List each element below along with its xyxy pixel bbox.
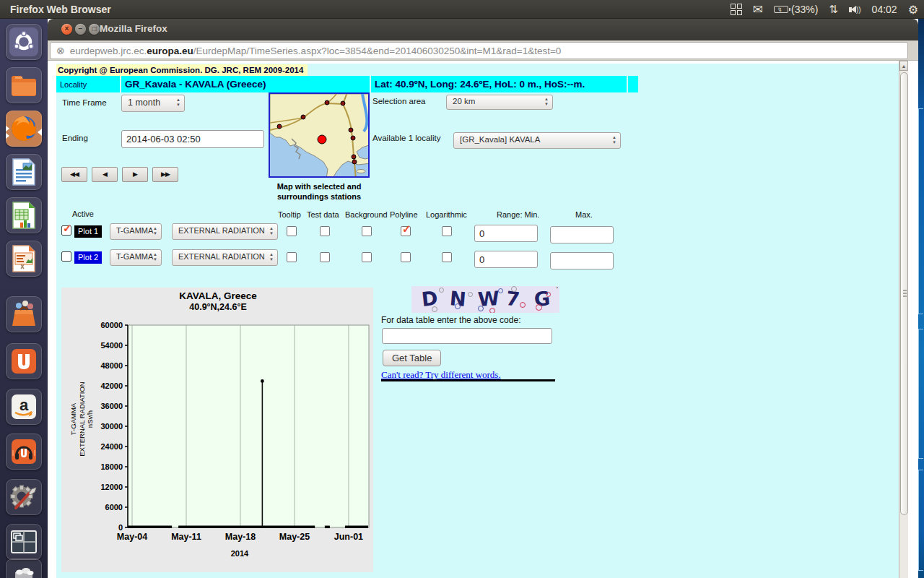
captcha-noise-circle [432,306,437,312]
available-locality-label: Available 1 locality [372,134,440,142]
battery-indicator[interactable]: ↯ (33%) [774,4,818,15]
plot2-min-input[interactable] [474,251,538,268]
firefox-icon [9,113,39,144]
svg-text:6000: 6000 [105,503,123,512]
ending-input[interactable] [121,130,264,148]
captcha-image: DNW7G [411,286,559,313]
station-map[interactable] [269,92,370,178]
plot1-type-select[interactable]: EXTERNAL RADIATION ▲▼ [172,223,278,240]
plot1-quantity-select[interactable]: T-GAMMA ▲▼ [110,223,162,240]
close-icon[interactable]: × [61,24,72,35]
url-input[interactable]: ⊗ eurdepweb.jrc.ec.europa.eu/EurdepMap/T… [50,42,908,59]
system-tray: ✉ ↯ (33%) ⇅ )) 04:02 ⚙ [731,0,918,19]
launcher-item-dash[interactable] [6,24,42,60]
maximize-icon[interactable]: □ [89,24,100,35]
nav-first-button[interactable]: ◀◀ [61,167,87,182]
session-gear-icon[interactable]: ⚙ [908,3,918,17]
get-table-button[interactable]: Get Table [383,350,441,366]
launcher-item-amazon[interactable]: a [6,389,42,425]
launcher-item-workspace-switcher[interactable] [6,524,42,560]
svg-text:Jun-01: Jun-01 [334,532,363,542]
plot2-label: Plot 2 [74,251,102,264]
launcher-item-impress[interactable] [6,241,42,277]
captcha-noise-circle [498,288,503,293]
launcher-item-writer[interactable] [6,154,42,190]
launcher-item-files[interactable] [6,67,42,103]
plot1-logarithmic-checkbox[interactable] [442,226,452,236]
plot1-tooltip-checkbox[interactable] [287,226,297,236]
battery-percent: (33%) [791,4,818,15]
locality-label-cell: Locality [56,76,120,92]
libreoffice-calc-icon [10,201,38,230]
libreoffice-impress-icon [10,244,38,273]
plot2-active-checkbox[interactable] [61,251,71,262]
clock[interactable]: 04:02 [872,4,897,15]
launcher-item-software-center[interactable] [6,296,42,332]
svg-text:18000: 18000 [100,462,123,471]
plot2-background-checkbox[interactable] [362,252,372,262]
plot2-logarithmic-checkbox[interactable] [442,252,452,262]
svg-text:54000: 54000 [100,341,123,350]
time-frame-select[interactable]: 1 month ▲▼ [121,95,185,112]
locality-spacer-cell [628,76,638,92]
plot2-polyline-checkbox[interactable] [401,252,411,262]
ubuntu-one-icon [9,347,38,376]
svg-text:40.9°N,24.6°E: 40.9°N,24.6°E [189,302,247,312]
plot2-tooltip-checkbox[interactable] [287,252,297,262]
software-center-bag-icon [9,300,38,329]
plot2-type-select[interactable]: EXTERNAL RADIATION ▲▼ [172,249,278,266]
mail-icon[interactable]: ✉ [753,2,763,17]
header-logarithmic: Logarithmic [426,210,467,219]
top-menubar: Firefox Web Browser ✉ ↯ (33%) ⇅ )) 04:02… [0,0,924,19]
svg-text:May-18: May-18 [225,532,256,542]
plot1-min-input[interactable] [474,225,538,242]
svg-text:a: a [19,396,29,414]
nav-prev-button[interactable]: ◀ [92,167,118,182]
running-indicator-icon [6,126,9,131]
background-window-strip [918,470,923,571]
plot1-active-checkbox[interactable]: ✓ [61,225,71,236]
spinner-icon: ▲▼ [612,135,616,145]
volume-icon[interactable]: )) [849,6,861,14]
plot2-quantity-select[interactable]: T-GAMMA ▲▼ [110,249,162,266]
scrollbar-thumb[interactable] [900,72,908,515]
svg-text:EXTERNAL RADIATION: EXTERNAL RADIATION [78,381,86,457]
nav-last-button[interactable]: ▶▶ [152,167,178,182]
site-globe-icon: ⊗ [56,45,65,56]
desktop: Firefox Web Browser ✉ ↯ (33%) ⇅ )) 04:02… [0,0,924,578]
svg-text:36000: 36000 [100,402,123,410]
plot2-testdata-checkbox[interactable] [320,252,330,262]
launcher-item-trash[interactable] [6,558,42,578]
workspace-switcher-icon [10,528,38,556]
timeseries-chart: 0600012000180002400030000360004200048000… [61,288,373,572]
captcha-noise-circle [439,288,444,293]
minimize-icon[interactable]: − [75,24,86,35]
captcha-input[interactable] [382,328,552,344]
running-indicator-icon [6,133,9,139]
available-locality-select[interactable]: [GR_Kavala] KAVALA ▲▼ [453,132,621,149]
launcher-item-system-settings[interactable] [6,479,42,515]
launcher-item-calc[interactable] [6,197,42,233]
plot1-max-input[interactable] [550,226,614,243]
plot2-max-input[interactable] [550,252,614,269]
keyboard-indicator-icon[interactable] [731,4,742,15]
vertical-scrollbar[interactable]: ▲ [899,61,908,578]
window-titlebar[interactable]: × − □ Mozilla Firefox [48,19,918,40]
svg-text:T-GAMMA: T-GAMMA [69,402,77,435]
nav-next-button[interactable]: ▶ [122,167,148,182]
window-title: Mozilla Firefox [100,23,167,34]
launcher-item-ubuntu-one[interactable] [6,343,42,379]
plot1-testdata-checkbox[interactable] [320,226,330,236]
spinner-icon: ▲▼ [269,252,274,262]
plot1-polyline-checkbox[interactable]: ✓ [401,226,411,236]
scroll-up-icon[interactable]: ▲ [899,61,908,71]
selection-area-select[interactable]: 20 km ▲▼ [446,95,553,110]
spinner-icon: ▲▼ [153,252,157,262]
plot1-label: Plot 1 [74,225,102,238]
plot1-background-checkbox[interactable] [362,226,372,236]
spinner-icon: ▲▼ [176,98,180,108]
launcher-item-firefox[interactable] [6,111,42,147]
trash-icon [9,562,38,578]
sync-arrows-icon[interactable]: ⇅ [829,3,838,16]
launcher-item-ubuntu-one-music[interactable] [6,434,42,470]
